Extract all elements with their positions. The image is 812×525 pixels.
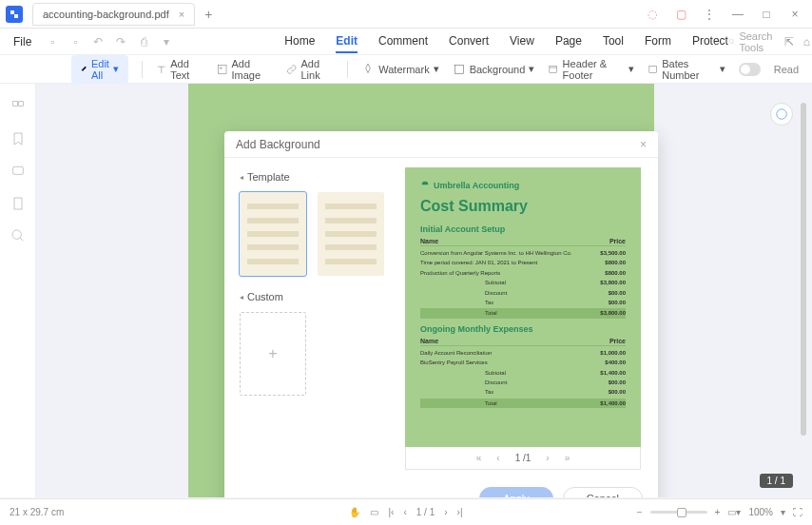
bates-number-button[interactable]: Bates Number▾: [648, 58, 725, 81]
apply-button[interactable]: Apply: [479, 487, 553, 497]
title-bar: accounting-background.pdf × + ◌ ▢ ⋮ — □ …: [0, 0, 812, 29]
pager-next-icon[interactable]: ›: [546, 453, 549, 463]
pager-last-icon[interactable]: »: [565, 453, 570, 463]
redo-icon[interactable]: ↷: [113, 34, 128, 49]
share-icon[interactable]: ⇱: [784, 35, 794, 49]
status-bar: 21 x 29.7 cm ✋ ▭ |‹ ‹ 1 / 1 › ›| − + ▭▾ …: [0, 498, 812, 525]
menu-tab-form[interactable]: Form: [645, 30, 671, 53]
table-row: Daily Account Reconciliation$1,000.00: [420, 348, 626, 358]
zoom-value: 100%: [748, 507, 773, 517]
table-row: Production of Quarterly Reports$800.00: [420, 268, 626, 278]
table-row: Tax$00.00: [420, 387, 626, 397]
minimize-icon[interactable]: —: [728, 5, 747, 24]
background-button[interactable]: Background▾: [453, 63, 535, 76]
cloud-icon[interactable]: ◌: [643, 5, 662, 24]
svg-rect-6: [12, 102, 17, 107]
hand-tool-icon[interactable]: ✋: [349, 507, 360, 517]
floating-tool-icon[interactable]: [770, 103, 793, 126]
menu-tab-page[interactable]: Page: [555, 30, 582, 53]
print-icon[interactable]: ⎙: [136, 34, 151, 49]
table-row: Conversion from Angular Systems Inc. to …: [420, 248, 626, 258]
svg-point-11: [777, 109, 787, 120]
zoom-slider[interactable]: [650, 511, 707, 514]
search-icon[interactable]: [10, 228, 26, 243]
maximize-icon[interactable]: □: [757, 5, 776, 24]
svg-point-2: [220, 67, 222, 68]
scrollbar[interactable]: [801, 103, 806, 436]
comment-icon[interactable]: [10, 164, 26, 179]
close-icon[interactable]: ×: [640, 138, 647, 151]
edit-all-button[interactable]: Edit All▾: [71, 55, 128, 84]
read-toggle[interactable]: [739, 63, 761, 76]
menu-tab-comment[interactable]: Comment: [378, 30, 428, 53]
table-row: Discount$00.00: [420, 378, 626, 387]
preview-title: Cost Summary: [420, 198, 626, 215]
chevron-down-icon[interactable]: ▾: [159, 34, 174, 49]
nav-prev-icon[interactable]: ‹: [403, 507, 406, 517]
file-menu[interactable]: File: [6, 35, 39, 49]
view-mode-icon[interactable]: ▭▾: [727, 507, 741, 517]
header-footer-button[interactable]: Header & Footer▾: [548, 58, 634, 81]
bookmark-icon[interactable]: [10, 131, 26, 146]
table-row: Total$1,400.00: [420, 399, 626, 408]
left-sidebar: [0, 84, 36, 497]
menu-tab-convert[interactable]: Convert: [449, 30, 489, 53]
pager-first-icon[interactable]: «: [476, 453, 482, 463]
app-icon: [6, 6, 23, 23]
custom-section-header[interactable]: Custom: [240, 291, 390, 302]
add-text-button[interactable]: Add Text: [156, 58, 203, 81]
template-thumbnail[interactable]: [318, 192, 384, 276]
menu-tab-home[interactable]: Home: [284, 30, 315, 53]
add-custom-button[interactable]: +: [240, 312, 306, 396]
search-tools[interactable]: Search Tools: [728, 30, 777, 53]
preview-pager: « ‹ 1 /1 › »: [405, 447, 641, 470]
menu-tab-tool[interactable]: Tool: [603, 30, 624, 53]
dialog-title: Add Background: [236, 138, 320, 151]
table-row: Discount$00.00: [420, 288, 626, 298]
svg-rect-3: [454, 65, 463, 73]
table-row: Total$3,800.00: [420, 308, 626, 318]
svg-rect-9: [14, 198, 22, 209]
nav-next-icon[interactable]: ›: [444, 507, 447, 517]
nav-last-icon[interactable]: ›|: [457, 507, 463, 517]
svg-rect-5: [649, 66, 656, 72]
close-window-icon[interactable]: ×: [785, 5, 804, 24]
menu-tab-edit[interactable]: Edit: [336, 30, 358, 53]
undo-icon[interactable]: ↶: [90, 34, 106, 49]
svg-rect-7: [18, 102, 23, 107]
table-row: Subtotal$1,400.00: [420, 368, 626, 378]
kebab-icon[interactable]: ⋮: [700, 5, 719, 24]
square-icon[interactable]: ▢: [671, 5, 690, 24]
search-placeholder: Search Tools: [739, 30, 776, 53]
add-image-button[interactable]: Add Image: [217, 58, 273, 81]
fit-icon[interactable]: ▭: [370, 507, 378, 517]
zoom-in-icon[interactable]: +: [715, 507, 721, 517]
menu-tab-view[interactable]: View: [510, 30, 534, 53]
template-thumbnail[interactable]: [240, 192, 306, 276]
zoom-out-icon[interactable]: −: [637, 507, 643, 517]
edit-toolbar: Edit All▾ Add Text Add Image Add Link Wa…: [0, 55, 812, 84]
home-icon[interactable]: ⌂: [803, 35, 810, 49]
attachment-icon[interactable]: [10, 196, 26, 211]
folder-icon[interactable]: ▫: [68, 34, 83, 49]
document-viewport[interactable]: Total $3,800.00 Ongoing Monthly Expenses…: [36, 84, 812, 497]
tab-filename: accounting-background.pdf: [43, 9, 169, 20]
svg-rect-8: [12, 166, 23, 174]
close-tab-icon[interactable]: ×: [179, 9, 184, 20]
save-icon[interactable]: ▫: [45, 34, 60, 49]
document-tab[interactable]: accounting-background.pdf ×: [32, 3, 195, 26]
svg-rect-4: [550, 66, 557, 73]
cancel-button[interactable]: Cancel: [563, 487, 643, 497]
menu-tab-protect[interactable]: Protect: [692, 30, 728, 53]
template-section-header[interactable]: Template: [240, 171, 390, 183]
svg-point-0: [729, 39, 733, 43]
add-link-button[interactable]: Add Link: [286, 58, 334, 81]
watermark-button[interactable]: Watermark▾: [361, 63, 438, 76]
brand-logo: Umbrella Accounting: [420, 181, 626, 190]
fullscreen-icon[interactable]: ⛶: [793, 507, 802, 517]
thumbnails-icon[interactable]: [10, 99, 26, 114]
pager-prev-icon[interactable]: ‹: [496, 453, 499, 463]
nav-first-icon[interactable]: |‹: [388, 507, 394, 517]
table-row: Tax$00.00: [420, 298, 626, 307]
new-tab-button[interactable]: +: [201, 7, 216, 22]
